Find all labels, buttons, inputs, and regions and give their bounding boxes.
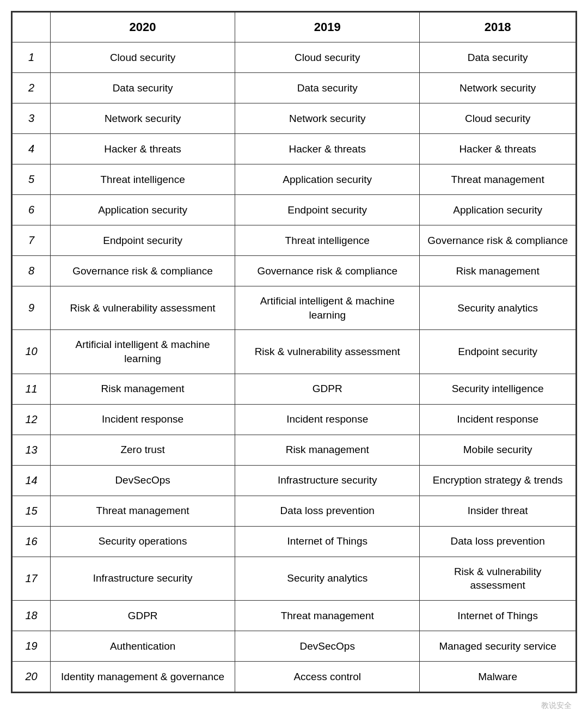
table-row: 18GDPRThreat managementInternet of Thing… — [13, 600, 576, 631]
rank-cell: 16 — [13, 526, 51, 557]
table-row: 12Incident responseIncident responseInci… — [13, 404, 576, 435]
cell-2018: Managed security service — [420, 631, 576, 661]
cell-2019: Cloud security — [235, 42, 420, 73]
table-row: 8Governance risk & complianceGovernance … — [13, 256, 576, 286]
cell-2020: Hacker & threats — [51, 134, 235, 164]
cell-2019: Data loss prevention — [235, 496, 420, 526]
header-2020: 2020 — [51, 13, 235, 42]
cell-2019: Threat management — [235, 600, 420, 631]
cell-2020: Authentication — [51, 631, 235, 661]
cell-2018: Data security — [420, 42, 576, 73]
cell-2019: Artificial intelligent & machine learnin… — [235, 286, 420, 330]
table-row: 7Endpoint securityThreat intelligenceGov… — [13, 225, 576, 256]
cell-2018: Hacker & threats — [420, 134, 576, 164]
table-row: 11Risk managementGDPRSecurity intelligen… — [13, 374, 576, 404]
watermark: 教说安全 — [541, 701, 572, 711]
cell-2018: Malware — [420, 661, 576, 692]
table-row: 20Identity management & governanceAccess… — [13, 661, 576, 692]
rank-cell: 13 — [13, 435, 51, 465]
cell-2020: Governance risk & compliance — [51, 256, 235, 286]
rank-cell: 9 — [13, 286, 51, 330]
table-row: 14DevSecOpsInfrastructure securityEncryp… — [13, 465, 576, 496]
cell-2020: Application security — [51, 195, 235, 225]
cell-2019: Governance risk & compliance — [235, 256, 420, 286]
rank-cell: 11 — [13, 374, 51, 404]
rank-cell: 6 — [13, 195, 51, 225]
cell-2019: Infrastructure security — [235, 465, 420, 496]
rank-cell: 4 — [13, 134, 51, 164]
cell-2020: Infrastructure security — [51, 557, 235, 600]
cell-2018: Insider threat — [420, 496, 576, 526]
cell-2018: Security analytics — [420, 286, 576, 330]
rank-cell: 2 — [13, 73, 51, 103]
rank-cell: 5 — [13, 164, 51, 195]
header-2019: 2019 — [235, 13, 420, 42]
rank-cell: 7 — [13, 225, 51, 256]
rank-cell: 3 — [13, 103, 51, 134]
cell-2019: Risk management — [235, 435, 420, 465]
cell-2020: Security operations — [51, 526, 235, 557]
cell-2019: Risk & vulnerability assessment — [235, 330, 420, 374]
cell-2018: Network security — [420, 73, 576, 103]
cell-2020: Endpoint security — [51, 225, 235, 256]
table-row: 2Data securityData securityNetwork secur… — [13, 73, 576, 103]
cell-2020: Threat management — [51, 496, 235, 526]
cell-2019: Hacker & threats — [235, 134, 420, 164]
cell-2020: Identity management & governance — [51, 661, 235, 692]
rank-cell: 10 — [13, 330, 51, 374]
cell-2020: GDPR — [51, 600, 235, 631]
cell-2019: Internet of Things — [235, 526, 420, 557]
cell-2018: Internet of Things — [420, 600, 576, 631]
rank-cell: 12 — [13, 404, 51, 435]
table-row: 1Cloud securityCloud securityData securi… — [13, 42, 576, 73]
header-2018: 2018 — [420, 13, 576, 42]
cell-2020: Network security — [51, 103, 235, 134]
cell-2020: Risk & vulnerability assessment — [51, 286, 235, 330]
cell-2019: Application security — [235, 164, 420, 195]
cell-2018: Application security — [420, 195, 576, 225]
rank-cell: 1 — [13, 42, 51, 73]
cell-2019: Network security — [235, 103, 420, 134]
cell-2019: Data security — [235, 73, 420, 103]
table-row: 16Security operationsInternet of ThingsD… — [13, 526, 576, 557]
cell-2018: Endpoint security — [420, 330, 576, 374]
cell-2019: Incident response — [235, 404, 420, 435]
cell-2020: Cloud security — [51, 42, 235, 73]
main-table-container: 2020 2019 2018 1Cloud securityCloud secu… — [11, 11, 577, 693]
cell-2018: Threat management — [420, 164, 576, 195]
cell-2020: Threat intelligence — [51, 164, 235, 195]
cell-2020: Data security — [51, 73, 235, 103]
table-row: 5Threat intelligenceApplication security… — [13, 164, 576, 195]
cell-2019: DevSecOps — [235, 631, 420, 661]
rank-cell: 17 — [13, 557, 51, 600]
rank-cell: 14 — [13, 465, 51, 496]
cell-2018: Security intelligence — [420, 374, 576, 404]
table-row: 13Zero trustRisk managementMobile securi… — [13, 435, 576, 465]
rank-cell: 20 — [13, 661, 51, 692]
cell-2018: Risk & vulnerability assessment — [420, 557, 576, 600]
cell-2019: GDPR — [235, 374, 420, 404]
table-row: 6Application securityEndpoint securityAp… — [13, 195, 576, 225]
cell-2020: Zero trust — [51, 435, 235, 465]
cell-2018: Incident response — [420, 404, 576, 435]
rankings-table: 2020 2019 2018 1Cloud securityCloud secu… — [12, 12, 576, 692]
table-row: 4Hacker & threatsHacker & threatsHacker … — [13, 134, 576, 164]
cell-2018: Data loss prevention — [420, 526, 576, 557]
table-row: 10Artificial intelligent & machine learn… — [13, 330, 576, 374]
cell-2018: Mobile security — [420, 435, 576, 465]
rank-cell: 19 — [13, 631, 51, 661]
header-row: 2020 2019 2018 — [13, 13, 576, 42]
rank-cell: 18 — [13, 600, 51, 631]
cell-2020: Artificial intelligent & machine learnin… — [51, 330, 235, 374]
rank-cell: 15 — [13, 496, 51, 526]
table-row: 15Threat managementData loss preventionI… — [13, 496, 576, 526]
cell-2019: Threat intelligence — [235, 225, 420, 256]
table-row: 9Risk & vulnerability assessmentArtifici… — [13, 286, 576, 330]
cell-2020: Incident response — [51, 404, 235, 435]
cell-2020: Risk management — [51, 374, 235, 404]
cell-2020: DevSecOps — [51, 465, 235, 496]
cell-2018: Governance risk & compliance — [420, 225, 576, 256]
cell-2018: Risk management — [420, 256, 576, 286]
table-row: 19AuthenticationDevSecOpsManaged securit… — [13, 631, 576, 661]
cell-2019: Access control — [235, 661, 420, 692]
